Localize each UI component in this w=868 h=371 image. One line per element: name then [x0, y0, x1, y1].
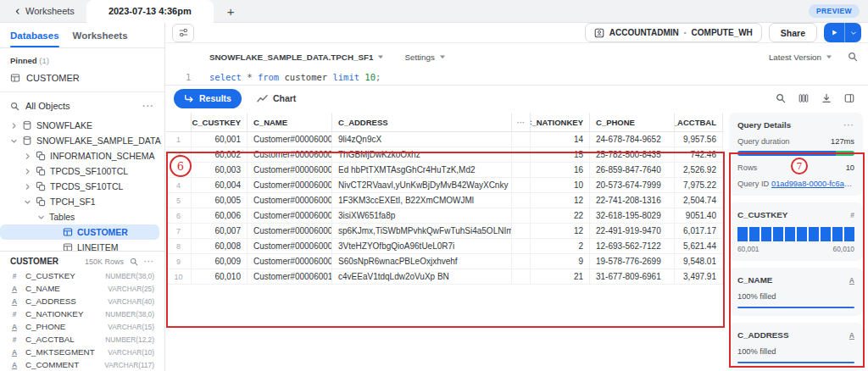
search-icon: [10, 102, 19, 111]
table-cell: 15: [531, 147, 590, 162]
all-objects-label: All Objects: [25, 101, 70, 111]
card-header: C_ADDRESSA: [737, 330, 854, 340]
tree-item-tpch_sf1[interactable]: TPCH_SF1: [0, 194, 164, 209]
table-row[interactable]: 960,009Customer#000060009S60sNpR6wnacPBL…: [166, 254, 723, 269]
tree-item-information_schema[interactable]: INFORMATION_SCHEMA: [0, 148, 164, 163]
table-cell: 22: [531, 208, 590, 223]
table-cell: [512, 163, 531, 177]
results-search-icon[interactable]: [776, 93, 786, 103]
column-list-item[interactable]: AC_COMMENTVARCHAR(117): [0, 358, 164, 371]
back-to-worksheets-button[interactable]: Worksheets: [7, 6, 81, 16]
tree-item-lineitem[interactable]: LINEITEM: [0, 240, 164, 251]
query-id-row: Query ID 01ad99a8-0000-fc6a-0...: [737, 180, 854, 188]
sidebar: Databases Worksheets Pinned (1) CUSTOMER…: [0, 23, 165, 371]
all-objects-row[interactable]: All Objects ···: [0, 97, 164, 118]
tab-results[interactable]: Results: [174, 89, 242, 108]
table-cell: 3VteHZYOfbgQioA96tUeL0R7i: [332, 239, 512, 253]
preview-table-icon[interactable]: [130, 257, 138, 266]
column-list-item[interactable]: AC_MKTSEGMENTVARCHAR(10): [0, 346, 164, 358]
tree-item-tables[interactable]: Tables: [0, 209, 164, 224]
code-token: select: [209, 72, 242, 82]
download-icon[interactable]: [821, 93, 832, 103]
table-columns-header: CUSTOMER 150K Rows ···: [0, 254, 164, 269]
table-cell: 9,548.01: [675, 254, 723, 269]
varchar-type-icon: A: [10, 348, 19, 357]
tab-chart[interactable]: Chart: [257, 93, 296, 103]
table-cell: 60,002: [192, 147, 248, 162]
table-row[interactable]: 260,002Customer#000060002ThGBMjDwKzkoOxh…: [166, 147, 723, 163]
table-panel-menu-button[interactable]: ···: [144, 257, 154, 266]
tree-item-customer[interactable]: CUSTOMER: [0, 224, 159, 240]
overflow-columns-indicator[interactable]: ···: [512, 113, 531, 131]
column-stats-card-c_address: C_ADDRESSA100% filled: [729, 323, 863, 371]
share-button[interactable]: Share: [769, 23, 817, 42]
table-row[interactable]: 1060,010Customer#000060010c4vEEaV1tdqLdw…: [166, 269, 723, 285]
worksheet-tab-active[interactable]: 2023-07-13 4:36pm: [86, 0, 214, 23]
all-objects-menu-button[interactable]: ···: [142, 101, 154, 111]
rows-value: 10: [846, 163, 854, 172]
chevron-right-icon: [24, 168, 31, 175]
columns-icon[interactable]: [798, 93, 809, 103]
column-name: C_NATIONKEY: [25, 309, 83, 318]
table-cell: S60sNpR6wnacPBLeOxjxhvehf: [332, 254, 512, 269]
column-list-item[interactable]: AC_ADDRESSVARCHAR(40): [0, 295, 164, 307]
column-list-item[interactable]: AC_PHONEVARCHAR(15): [0, 320, 164, 333]
tree-item-tpcds_sf100tcl[interactable]: TPCDS_SF100TCL: [0, 163, 164, 179]
run-options-button[interactable]: [845, 23, 861, 42]
table-row[interactable]: 460,004Customer#000060004NivCT2RVaavl,yU…: [166, 178, 723, 193]
pinned-item-customer[interactable]: CUSTOMER: [0, 69, 164, 87]
column-list-item[interactable]: #C_ACCTBALNUMBER(12,2): [0, 333, 164, 346]
chevron-right-icon: [24, 152, 31, 160]
code-token: limit: [332, 72, 359, 82]
card-column-name: C_NAME: [737, 275, 772, 285]
editor-search-icon[interactable]: [848, 52, 858, 62]
schema-icon: [36, 151, 46, 161]
table-cell: 21: [531, 269, 590, 284]
new-worksheet-button[interactable]: +: [227, 4, 235, 19]
tab-databases[interactable]: Databases: [10, 23, 59, 47]
worksheet-header: ACCOUNTADMIN • COMPUTE_WH Share: [165, 23, 868, 43]
main-area: ACCOUNTADMIN • COMPUTE_WH Share: [165, 23, 868, 371]
table-cell: [512, 224, 531, 238]
column-list-item[interactable]: #C_CUSTKEYNUMBER(38,0): [0, 269, 164, 282]
code-line[interactable]: 1 select * from customer limit 10;: [175, 72, 858, 82]
query-id-link[interactable]: 01ad99a8-0000-fc6a-0...: [771, 180, 854, 188]
run-button[interactable]: [824, 23, 845, 42]
tree-item-tpcds_sf10tcl[interactable]: TPCDS_SF10TCL: [0, 179, 164, 194]
tree-item-snowflake[interactable]: SNOWFLAKE: [0, 118, 164, 133]
table-row[interactable]: 160,001Customer#0000600019li4zQn9cX1424-…: [166, 132, 723, 147]
table-cell: 22-741-208-1316: [590, 193, 675, 208]
query-duration-value: 127ms: [831, 137, 854, 146]
table-row[interactable]: 360,003Customer#000060003Ed hbPtTXMTAsgG…: [166, 163, 723, 178]
split-panel-icon[interactable]: [844, 93, 854, 103]
settings-dropdown[interactable]: Settings: [404, 53, 445, 62]
database-context-selector[interactable]: SNOWFLAKE_SAMPLE_DATA.TPCH_SF1: [209, 53, 384, 62]
table-cell: Customer#000060003: [248, 163, 332, 177]
worksheet-options-button[interactable]: [172, 24, 194, 42]
column-list-item[interactable]: AC_NAMEVARCHAR(25): [0, 282, 164, 295]
column-list-item[interactable]: #C_NATIONKEYNUMBER(38,0): [0, 307, 164, 320]
query-details-menu-button[interactable]: ···: [843, 120, 854, 130]
row-number: 8: [166, 239, 192, 253]
table-row[interactable]: 560,005Customer#0000600051F3KM3ccEXEtI, …: [166, 193, 723, 208]
table-row[interactable]: 860,008Customer#0000600083VteHZYOfbgQioA…: [166, 239, 723, 254]
table-cell: 2,504.74: [675, 193, 723, 208]
table-cell: ThGBMjDwKzkoOxhz: [332, 147, 512, 162]
table-cell: Customer#000060010: [248, 269, 332, 284]
chevron-down-icon: [10, 137, 18, 145]
caret-down-icon: [377, 53, 384, 60]
tree-item-label: SNOWFLAKE_SAMPLE_DATA: [36, 136, 161, 146]
role-warehouse-selector[interactable]: ACCOUNTADMIN • COMPUTE_WH: [585, 23, 762, 42]
version-dropdown[interactable]: Latest Version: [769, 53, 832, 62]
column-type: NUMBER(12,2): [105, 335, 154, 344]
tab-worksheets[interactable]: Worksheets: [73, 23, 128, 47]
tree-item-label: INFORMATION_SCHEMA: [50, 151, 154, 161]
table-cell: 12: [531, 193, 590, 208]
results-tab-label: Results: [199, 93, 231, 103]
table-row[interactable]: 660,006Customer#0000600063isiXW651fa8p22…: [166, 208, 723, 224]
table-cell: 1F3KM3ccEXEtI, B22XmCMOWJMl: [332, 193, 512, 208]
fill-bar: [737, 362, 854, 363]
object-tree: SNOWFLAKESNOWFLAKE_SAMPLE_DATAINFORMATIO…: [0, 118, 164, 251]
tree-item-snowflake_sample_data[interactable]: SNOWFLAKE_SAMPLE_DATA: [0, 133, 164, 148]
table-row[interactable]: 760,007Customer#000060007sp6KJmx,TiSWbMP…: [166, 224, 723, 239]
